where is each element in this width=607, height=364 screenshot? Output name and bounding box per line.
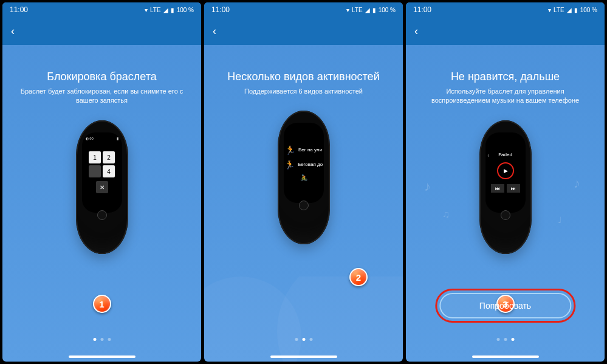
prev-track-icon: ⏮: [491, 184, 504, 193]
onboarding-screen-3: 11:00 ▾ LTE ◢ ▮ 100 % ‹ ♪ ♫ ♪ ♩ Не нрави…: [406, 2, 605, 362]
app-header: ‹: [204, 17, 403, 45]
status-right: ▾ LTE ◢ ▮ 100 %: [548, 7, 597, 13]
status-right: ▾ LTE ◢ ▮ 100 %: [346, 7, 396, 13]
back-icon[interactable]: ‹: [414, 25, 418, 38]
content: ♪ ♫ ♪ ♩ Не нравится, дальше Используйте …: [406, 45, 605, 362]
network-label: LTE: [554, 7, 564, 13]
page-indicator: [496, 338, 514, 341]
dot-1: [496, 338, 499, 341]
content: Блокировка браслета Браслет будет заблок…: [2, 45, 201, 362]
status-bar: 11:00 ▾ LTE ◢ ▮ 100 %: [204, 2, 403, 17]
wifi-icon: ▾: [346, 7, 349, 13]
dot-3: [309, 338, 312, 341]
signal-icon: ◢: [365, 7, 370, 13]
dot-1: [93, 338, 96, 341]
band-home-button: [97, 210, 107, 220]
back-icon[interactable]: ‹: [213, 25, 216, 38]
band-illustration: 🏃 Бег на ули 🏃 Беговая до 🚴: [278, 111, 330, 244]
dot-2: [504, 338, 507, 341]
activity-row-2: 🏃 Беговая до: [284, 160, 323, 170]
network-label: LTE: [150, 7, 161, 13]
band-illustration: ◐ 90▮ 1 2 4 ✕: [76, 120, 128, 254]
play-icon: [497, 162, 514, 179]
key-4: 4: [103, 165, 115, 177]
cycling-icon: 🚴: [300, 174, 307, 181]
battery-label: 100 %: [580, 7, 597, 13]
lock-keypad: 1 2 4 ✕: [89, 151, 115, 193]
content: Несколько видов активностей Поддерживает…: [204, 45, 403, 362]
network-label: LTE: [352, 7, 363, 13]
key-clear: ✕: [96, 181, 108, 193]
dot-3: [108, 338, 111, 341]
status-time: 11:00: [10, 5, 28, 14]
band-home-button: [501, 210, 510, 220]
dot-3: [511, 338, 514, 341]
key-2: 2: [103, 151, 115, 163]
music-track-title: Faded: [498, 152, 512, 157]
nav-bar[interactable]: [472, 355, 539, 358]
key-3: [89, 165, 101, 177]
battery-icon: ▮: [574, 7, 578, 13]
wifi-icon: ▾: [145, 7, 148, 13]
status-right: ▾ LTE ◢ ▮ 100 %: [145, 7, 194, 13]
activity-row-1: 🏃 Бег на ули: [285, 145, 322, 155]
status-time: 11:00: [413, 5, 431, 14]
signal-icon: ◢: [567, 7, 572, 13]
page-indicator: [93, 338, 111, 341]
treadmill-icon: 🏃: [284, 160, 295, 170]
battery-icon: ▮: [171, 7, 174, 13]
running-icon: 🏃: [285, 145, 295, 155]
page-indicator: [295, 338, 312, 341]
band-home-button: [299, 201, 309, 210]
battery-icon: ▮: [372, 7, 376, 13]
nav-bar[interactable]: [69, 355, 135, 358]
status-bar: 11:00 ▾ LTE ◢ ▮ 100 %: [2, 2, 201, 17]
onboarding-screen-2: 11:00 ▾ LTE ◢ ▮ 100 % ‹ Несколько видов …: [204, 2, 403, 362]
back-icon[interactable]: ‹: [11, 25, 15, 38]
track-controls: ⏮ ⏭: [491, 184, 520, 193]
key-1: 1: [89, 151, 101, 163]
try-button[interactable]: Попробовать: [439, 293, 571, 318]
step-badge-2: 2: [349, 268, 368, 286]
try-button-highlight: Попробовать: [435, 289, 575, 323]
dot-2: [100, 338, 103, 341]
nav-bar[interactable]: [270, 355, 337, 358]
page-subtitle: Браслет будет заблокирован, если вы сним…: [17, 87, 187, 106]
app-header: ‹: [2, 17, 201, 45]
status-bar: 11:00 ▾ LTE ◢ ▮ 100 %: [406, 2, 605, 17]
wifi-icon: ▾: [548, 7, 551, 13]
dot-2: [302, 338, 305, 341]
page-title: Блокировка браслета: [47, 70, 156, 83]
signal-icon: ◢: [163, 7, 168, 13]
band-screen: ◐ 90▮ 1 2 4 ✕: [82, 132, 122, 213]
dot-1: [295, 338, 298, 341]
band-illustration: Faded ⏮ ⏭: [479, 120, 532, 254]
next-track-icon: ⏭: [507, 184, 520, 193]
activity-label-2: Беговая до: [298, 162, 323, 167]
onboarding-screen-1: 11:00 ▾ LTE ◢ ▮ 100 % ‹ Блокировка брасл…: [2, 2, 201, 362]
band-screen: Faded ⏮ ⏭: [485, 132, 526, 213]
battery-label: 100 %: [177, 7, 194, 13]
activity-row-3: 🚴: [300, 174, 307, 181]
app-header: ‹: [406, 17, 605, 45]
battery-label: 100 %: [379, 7, 396, 13]
activity-label-1: Бег на ули: [298, 147, 322, 153]
status-time: 11:00: [211, 5, 230, 14]
page-title: Не нравится, дальше: [451, 70, 560, 83]
page-subtitle: Поддерживается 6 видов активностей: [244, 87, 363, 96]
step-badge-1: 1: [93, 295, 111, 313]
page-subtitle: Используйте браслет для управления воспр…: [420, 87, 591, 106]
page-title: Несколько видов активностей: [227, 70, 379, 83]
band-screen: 🏃 Бег на ули 🏃 Беговая до 🚴: [284, 123, 324, 203]
